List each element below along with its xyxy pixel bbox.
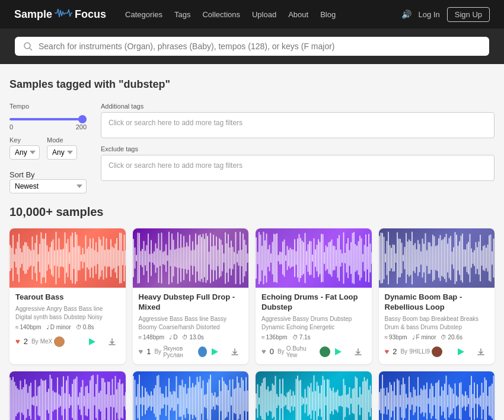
svg-rect-600 (425, 389, 426, 413)
svg-rect-270 (416, 249, 417, 267)
svg-rect-506 (282, 378, 283, 420)
svg-rect-47 (76, 235, 78, 282)
svg-rect-113 (177, 233, 178, 284)
sort-label: Sort By (9, 170, 87, 179)
svg-rect-51 (82, 248, 84, 269)
svg-rect-618 (451, 389, 452, 413)
svg-rect-83 (133, 239, 134, 278)
svg-rect-553 (352, 389, 353, 413)
svg-rect-521 (305, 389, 306, 413)
play-button[interactable] (207, 344, 222, 359)
svg-rect-101 (160, 250, 161, 266)
svg-rect-518 (300, 380, 301, 420)
play-button[interactable] (330, 344, 346, 359)
card-tag: Noisy (88, 314, 103, 320)
svg-rect-643 (489, 386, 490, 415)
logo[interactable]: Sample Focus (14, 8, 106, 21)
svg-rect-404 (125, 392, 126, 410)
card-waveform (9, 228, 126, 288)
svg-rect-194 (300, 238, 301, 278)
svg-rect-634 (475, 398, 476, 404)
download-button[interactable] (104, 334, 120, 349)
svg-marker-82 (89, 338, 95, 345)
svg-rect-555 (355, 376, 356, 420)
svg-rect-358 (57, 377, 58, 420)
download-button[interactable] (227, 344, 243, 359)
svg-rect-188 (291, 249, 292, 267)
svg-rect-611 (441, 386, 442, 415)
svg-rect-376 (84, 396, 85, 406)
svg-rect-397 (115, 376, 116, 420)
svg-rect-80 (125, 250, 126, 266)
nav-upload[interactable]: Upload (252, 10, 276, 19)
svg-rect-106 (167, 255, 168, 261)
additional-tags-input[interactable]: Click or search here to add more tag fil… (101, 112, 495, 138)
svg-rect-267 (412, 232, 413, 285)
sort-select[interactable]: Newest (9, 179, 87, 193)
download-button[interactable] (350, 344, 366, 359)
mode-select[interactable]: Any (47, 145, 77, 160)
signup-button[interactable]: Sign Up (447, 7, 490, 22)
mode-filter: Mode Any (47, 136, 77, 160)
nav-tags[interactable]: Tags (174, 10, 190, 19)
clock-icon: ⏱ (182, 334, 188, 341)
nav-collections[interactable]: Collections (202, 10, 240, 19)
svg-rect-560 (362, 381, 363, 420)
card-tags: BassyBoom bapBreakbeatBreaksDrum & bassD… (385, 316, 489, 330)
svg-rect-262 (404, 247, 405, 269)
tempo-slider[interactable] (9, 118, 87, 120)
key-select[interactable]: Any (9, 145, 40, 160)
svg-rect-430 (167, 397, 168, 405)
card-tag: Angry (46, 306, 62, 312)
svg-rect-29 (50, 247, 51, 269)
svg-rect-393 (109, 381, 110, 420)
svg-rect-274 (422, 238, 423, 278)
svg-rect-70 (110, 239, 111, 277)
download-button[interactable] (473, 344, 489, 359)
svg-rect-321 (492, 252, 493, 265)
sample-count: 10,000+ samples (9, 205, 495, 219)
svg-rect-99 (157, 249, 158, 268)
svg-rect-501 (275, 376, 276, 420)
svg-rect-422 (155, 385, 156, 417)
play-button[interactable] (84, 334, 100, 349)
svg-rect-223 (343, 233, 344, 284)
svg-rect-602 (428, 398, 429, 404)
exclude-tags-input[interactable]: Click or search here to add more tag fil… (101, 155, 495, 181)
svg-rect-530 (318, 386, 319, 416)
like-icon[interactable]: ♥ (385, 347, 390, 356)
nav-blog[interactable]: Blog (320, 10, 336, 19)
like-icon[interactable]: ♥ (139, 347, 143, 356)
svg-rect-478 (238, 383, 239, 419)
svg-rect-523 (308, 386, 309, 416)
card-duration: ⏱20.6s (441, 334, 462, 341)
nav-categories[interactable]: Categories (125, 10, 162, 19)
clock-icon: ⏱ (441, 334, 446, 341)
svg-rect-124 (193, 250, 194, 266)
search-input[interactable] (39, 42, 481, 51)
svg-rect-153 (237, 254, 238, 263)
svg-rect-226 (347, 238, 349, 278)
speaker-icon[interactable]: 🔊 (401, 9, 412, 19)
svg-rect-360 (60, 396, 61, 406)
like-icon[interactable]: ♥ (15, 337, 20, 346)
nav-about[interactable]: About (288, 10, 308, 19)
svg-rect-114 (178, 248, 180, 268)
svg-rect-590 (410, 392, 411, 410)
svg-rect-467 (222, 377, 223, 420)
login-link[interactable]: Log In (419, 10, 440, 19)
svg-rect-635 (477, 384, 478, 418)
svg-rect-623 (459, 383, 460, 419)
svg-rect-346 (39, 386, 40, 416)
svg-rect-585 (403, 377, 404, 420)
play-button[interactable] (453, 344, 468, 359)
like-icon[interactable]: ♥ (261, 347, 266, 356)
svg-rect-438 (178, 385, 180, 417)
svg-rect-383 (94, 396, 95, 405)
sample-card: Loud Distorted Dubstep Bass Drop Aggress… (9, 371, 126, 420)
svg-rect-586 (404, 384, 405, 418)
svg-rect-464 (217, 396, 218, 406)
svg-rect-384 (95, 384, 97, 418)
svg-rect-372 (78, 397, 79, 405)
svg-rect-326 (9, 377, 11, 420)
